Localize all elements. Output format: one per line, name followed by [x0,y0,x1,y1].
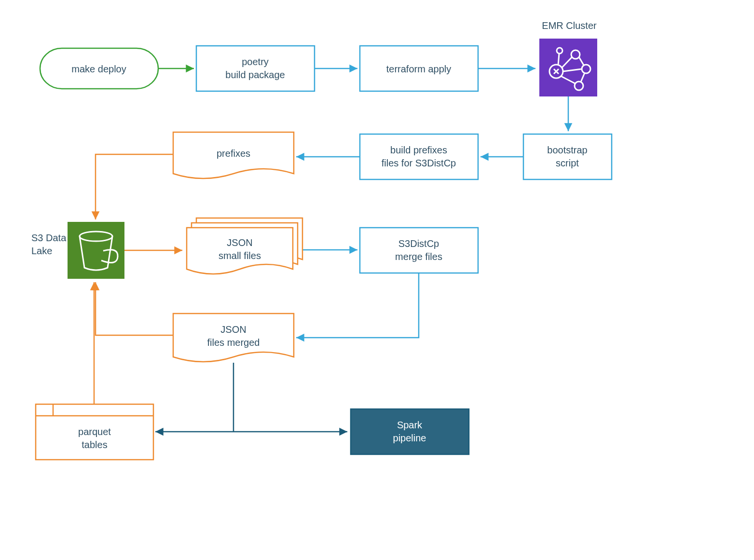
node-terraform-apply: terraform apply [360,46,478,91]
node-json-small-files: JSON small files [187,218,302,274]
label-make-deploy: make deploy [71,64,126,74]
node-s3distcp-merge: S3DistCp merge files [360,228,478,273]
arrow-prefixes-to-s3 [96,154,173,219]
node-make-deploy: make deploy [40,48,158,89]
svg-rect-17 [523,134,612,179]
svg-rect-22 [351,409,469,454]
label-parquet-l2: tables [82,439,107,450]
s3-bucket-icon [68,222,124,279]
label-json-small-l2: small files [219,250,261,261]
label-poetry-l2: build package [225,69,285,80]
label-build-prefixes-l2: files for S3DistCp [382,158,456,168]
node-parquet-tables: parquet tables [36,404,153,460]
svg-rect-21 [360,228,478,273]
svg-rect-1 [196,46,315,91]
svg-rect-18 [360,134,478,179]
label-json-small-l1: JSON [227,237,252,248]
label-build-prefixes-l1: build prefixes [390,145,447,155]
label-prefixes: prefixes [217,148,250,159]
label-s3distcp-l1: S3DistCp [398,238,439,249]
node-prefixes-doc: prefixes [173,132,294,178]
label-spark-l1: Spark [397,420,423,430]
label-emr-title: EMR Cluster [542,20,597,31]
label-json-merged-l2: files merged [207,337,260,348]
label-poetry-l1: poetry [242,56,269,67]
node-json-merged: JSON files merged [173,314,294,362]
arrow-s3distcp-to-jsonmerged [296,273,419,338]
svg-line-16 [558,54,559,65]
label-terraform: terraform apply [386,64,452,74]
node-build-prefixes: build prefixes files for S3DistCp [360,134,478,179]
arrow-jsonmerged-to-s3 [96,282,173,335]
emr-cluster-icon [539,39,597,96]
label-s3distcp-l2: merge files [395,251,442,262]
label-s3-l2: Lake [31,246,52,256]
arrow-merged-to-spark-parquet [155,363,347,432]
node-spark-pipeline: Spark pipeline [351,409,469,454]
node-bootstrap-script: bootstrap script [523,134,612,179]
label-bootstrap-l2: script [556,158,579,168]
diagram-canvas: make deploy poetry build package terrafo… [0,0,754,560]
label-bootstrap-l1: bootstrap [547,145,587,155]
label-json-merged-l1: JSON [220,324,246,335]
label-s3-l1: S3 Data [31,232,67,243]
node-poetry-build: poetry build package [196,46,315,91]
svg-rect-3 [539,39,597,96]
label-parquet-l1: parquet [78,426,111,437]
label-spark-l2: pipeline [393,433,426,443]
